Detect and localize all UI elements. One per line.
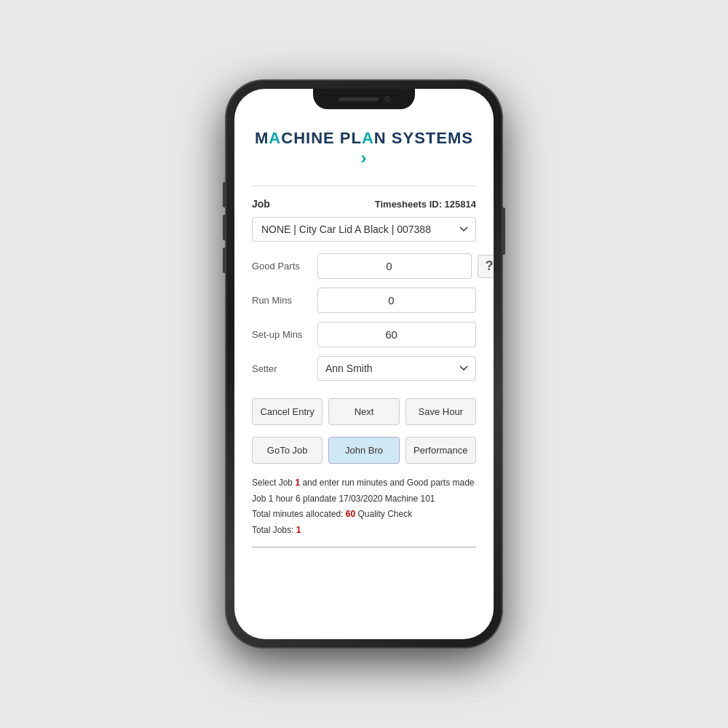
- setter-label: Setter: [252, 363, 317, 374]
- action-buttons: Cancel Entry Next Save Hour: [252, 398, 476, 425]
- phone-frame: MACHINE PLAN SYSTEMS › Job Timesheets ID…: [226, 80, 502, 648]
- logo-area: MACHINE PLAN SYSTEMS ›: [252, 129, 476, 168]
- form-section: Good Parts ? Run Mins Set-up Mins Setter: [252, 253, 476, 389]
- screen-content: MACHINE PLAN SYSTEMS › Job Timesheets ID…: [234, 89, 494, 639]
- help-button[interactable]: ?: [478, 255, 494, 278]
- top-divider: [252, 186, 476, 186]
- run-mins-label: Run Mins: [252, 295, 317, 306]
- timesheets-id: Timesheets ID: 125814: [375, 199, 476, 210]
- camera: [384, 96, 390, 102]
- logo-chevron-icon: ›: [361, 148, 368, 167]
- cancel-entry-button[interactable]: Cancel Entry: [252, 398, 323, 425]
- info-line-3: Total minutes allocated: 60 Quality Chec…: [252, 507, 476, 523]
- nav-buttons: GoTo Job John Bro Performance: [252, 437, 476, 464]
- setter-dropdown[interactable]: Ann Smith: [317, 356, 476, 381]
- info-line-2: Job 1 hour 6 plandate 17/03/2020 Machine…: [252, 491, 476, 507]
- good-parts-input[interactable]: [317, 253, 472, 279]
- good-parts-label: Good Parts: [252, 261, 317, 272]
- info-line-4: Total Jobs: 1: [252, 523, 476, 539]
- goto-job-button[interactable]: GoTo Job: [252, 437, 323, 464]
- logo-text: MACHINE PLAN SYSTEMS ›: [255, 129, 473, 167]
- save-hour-button[interactable]: Save Hour: [405, 398, 476, 425]
- performance-button[interactable]: Performance: [405, 437, 476, 464]
- user-button[interactable]: John Bro: [328, 437, 399, 464]
- setup-mins-input[interactable]: [317, 322, 476, 347]
- bottom-divider: [252, 547, 476, 547]
- good-parts-row: Good Parts ?: [252, 253, 476, 279]
- run-mins-row: Run Mins: [252, 288, 476, 313]
- phone-screen: MACHINE PLAN SYSTEMS › Job Timesheets ID…: [234, 89, 494, 639]
- run-mins-input[interactable]: [317, 288, 476, 313]
- speaker: [339, 98, 379, 101]
- job-dropdown[interactable]: NONE | City Car Lid A Black | 007388: [252, 217, 476, 242]
- form-header: Job Timesheets ID: 125814: [252, 198, 476, 210]
- next-button[interactable]: Next: [328, 398, 399, 425]
- setup-mins-row: Set-up Mins: [252, 322, 476, 347]
- job-label: Job: [252, 198, 270, 210]
- info-line-1: Select Job 1 and enter run minutes and G…: [252, 475, 476, 491]
- setter-row: Setter Ann Smith: [252, 356, 476, 381]
- setup-mins-label: Set-up Mins: [252, 329, 317, 340]
- notch: [313, 89, 415, 109]
- info-section: Select Job 1 and enter run minutes and G…: [252, 475, 476, 538]
